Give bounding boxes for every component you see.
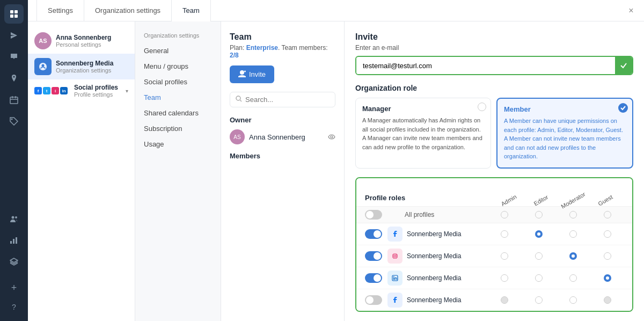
svg-point-8: [11, 119, 13, 120]
org-name: Sonnenberg Media: [56, 60, 113, 67]
sidebar-icon-chart[interactable]: [4, 231, 24, 250]
role-card-manager[interactable]: Manager A Manager automatically has Admi…: [355, 98, 491, 169]
p1-guest-radio[interactable]: [604, 230, 611, 238]
user-info: Anna Sonnenberg Personal settings: [56, 34, 111, 48]
p1-moderator-radio[interactable]: [569, 230, 577, 238]
profile-2-toggle[interactable]: [365, 251, 382, 261]
tab-org-settings[interactable]: Organization settings: [84, 0, 172, 21]
members-count: 2/8: [230, 52, 239, 59]
svg-rect-1: [14, 10, 18, 13]
owner-row: AS Anna Sonnenberg: [230, 129, 335, 144]
svg-point-9: [12, 216, 14, 219]
profile-1-icon: [387, 227, 402, 242]
search-icon: [236, 96, 242, 104]
p2-moderator-radio[interactable]: [569, 252, 577, 260]
left-nav: AS Anna Sonnenberg Personal settings: [28, 21, 135, 321]
svg-rect-11: [10, 241, 12, 244]
all-moderator-radio[interactable]: [569, 211, 577, 218]
main-content: Team Plan: Enterprise. Team members: 2/8: [221, 21, 644, 321]
sidebar-icon-calendar[interactable]: [4, 90, 24, 110]
org-nav-general[interactable]: General: [135, 43, 221, 59]
fb-icon: f: [34, 87, 42, 94]
email-input-row: [355, 56, 633, 75]
org-nav-item[interactable]: Sonnenberg Media Organization settings: [28, 54, 135, 79]
all-editor-radio[interactable]: [535, 211, 543, 218]
email-check-icon: [615, 57, 632, 74]
sidebar-icon-grid[interactable]: [4, 4, 24, 24]
org-sub: Organization settings: [56, 67, 113, 74]
org-nav-calendars[interactable]: Shared calendars: [135, 105, 221, 121]
p4-admin-radio[interactable]: [501, 296, 508, 304]
p1-admin-radio[interactable]: [501, 230, 508, 238]
p4-moderator-radio[interactable]: [569, 296, 577, 304]
org-nav-team[interactable]: Team: [135, 90, 221, 105]
profile-roles-header: Profile roles Admin Editor Moderator Gue…: [356, 178, 632, 207]
org-role-title: Organization role: [355, 84, 633, 92]
org-nav-menu[interactable]: Menu / groups: [135, 59, 221, 74]
sidebar-icon-inbox[interactable]: [4, 47, 24, 67]
sidebar-icon-location[interactable]: [4, 69, 24, 88]
li-icon: in: [60, 87, 68, 94]
p1-editor-radio[interactable]: [535, 230, 543, 238]
all-guest-radio[interactable]: [604, 211, 611, 218]
p3-editor-radio[interactable]: [535, 274, 543, 282]
eye-icon[interactable]: [328, 133, 335, 141]
svg-rect-28: [393, 278, 394, 280]
profile-1-name: Sonnenberg Media: [407, 230, 486, 238]
user-avatar: AS: [34, 32, 52, 49]
tab-settings[interactable]: Settings: [36, 0, 84, 21]
profile-roles-section: Profile roles Admin Editor Moderator Gue…: [355, 177, 633, 312]
p2-editor-radio[interactable]: [535, 252, 543, 260]
profile-3-icon: [387, 271, 402, 286]
profile-3-name: Sonnenberg Media: [407, 274, 486, 282]
invite-btn-label: Invite: [249, 70, 266, 78]
sidebar-icon-people[interactable]: [4, 209, 24, 229]
org-nav-subscription[interactable]: Subscription: [135, 121, 221, 136]
p2-guest-radio[interactable]: [604, 252, 611, 260]
org-nav-usage[interactable]: Usage: [135, 136, 221, 152]
social-sub: Profile settings: [74, 91, 118, 98]
p4-editor-radio[interactable]: [535, 296, 543, 304]
profile-2-name: Sonnenberg Media: [407, 252, 486, 260]
profile-3-toggle[interactable]: [365, 273, 382, 283]
p3-guest-radio[interactable]: [604, 274, 611, 282]
all-profiles-toggle[interactable]: [365, 210, 382, 220]
tw-icon: t: [43, 87, 50, 94]
modal-header: Settings Organization settings Team ×: [28, 0, 644, 21]
org-nav: Organization settings General Menu / gro…: [135, 21, 221, 321]
profile-4-icon: [387, 293, 402, 308]
svg-point-10: [15, 216, 17, 218]
all-admin-radio[interactable]: [501, 211, 508, 218]
all-profiles-row: All profiles: [356, 207, 632, 223]
profile-1-toggle[interactable]: [365, 229, 382, 239]
social-nav-item[interactable]: f t i in Social profiles Profile setting…: [28, 79, 135, 102]
profile-4-toggle[interactable]: [365, 295, 382, 305]
p3-moderator-radio[interactable]: [569, 274, 577, 282]
social-info: Social profiles Profile settings: [74, 84, 118, 98]
svg-line-19: [240, 100, 242, 102]
sidebar-icon-layers[interactable]: [4, 252, 24, 272]
org-nav-social[interactable]: Social profiles: [135, 74, 221, 90]
svg-point-25: [396, 254, 397, 254]
owner-avatar: AS: [230, 129, 245, 144]
sidebar-icon-tag[interactable]: [4, 112, 24, 131]
search-input[interactable]: [245, 96, 330, 104]
org-nav-label: Organization settings: [135, 30, 221, 43]
invite-label: Enter an e-mail: [355, 44, 633, 52]
search-box: [230, 92, 335, 107]
profile-row-3: Sonnenberg Media: [356, 267, 632, 289]
user-nav-item[interactable]: AS Anna Sonnenberg Personal settings: [28, 28, 135, 54]
sidebar-icon-help[interactable]: ?: [4, 297, 24, 317]
p3-admin-radio[interactable]: [501, 274, 508, 282]
members-section-title: Members: [230, 152, 335, 160]
sidebar-icon-send[interactable]: [4, 26, 24, 45]
profile-2-icon: [387, 249, 402, 264]
p2-admin-radio[interactable]: [501, 252, 508, 260]
p4-guest-radio[interactable]: [604, 296, 611, 304]
tab-team[interactable]: Team: [172, 0, 211, 21]
role-card-member[interactable]: Member A Member can have unique permissi…: [496, 98, 633, 169]
email-input[interactable]: [356, 57, 615, 74]
invite-button[interactable]: Invite: [230, 65, 274, 83]
sidebar-icon-add[interactable]: +: [4, 278, 24, 297]
close-button[interactable]: ×: [625, 4, 638, 17]
